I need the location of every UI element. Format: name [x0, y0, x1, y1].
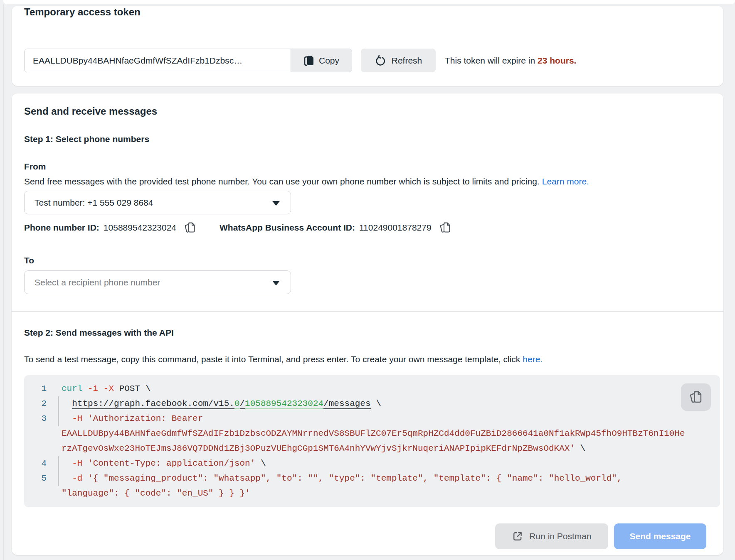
copy-icon — [689, 390, 703, 404]
refresh-button-label: Refresh — [392, 56, 422, 66]
token-input-group: EAALLDUBpy44BAHNfaeGdmfWfSZAdIFzb1Dzbsc…… — [24, 49, 352, 72]
code-lines: 1curl -i -X POST \2 https://graph.facebo… — [24, 381, 720, 501]
temporary-access-token-card: Temporary access token EAALLDUBpy44BAHNf… — [12, 6, 723, 86]
previous-card-edge — [3, 0, 735, 4]
copy-waba-id-button[interactable] — [439, 221, 451, 234]
code-line: 1curl -i -X POST \ — [24, 381, 720, 396]
from-number-dropdown[interactable]: Test number: +1 555 029 8684 — [24, 191, 291, 214]
step2-heading: Step 2: Send messages with the API — [24, 327, 174, 339]
phone-number-id-label: Phone number ID: — [24, 223, 99, 233]
code-line: rzATgevOsWxe23HoTEJmsJ86VQ7DDNd1ZBj3OPuz… — [24, 441, 720, 456]
copy-code-button[interactable] — [681, 383, 711, 411]
phone-number-id-value: 105889542323024 — [104, 223, 176, 233]
code-line: 5 -d '{ "messaging_product": "whatsapp",… — [24, 471, 720, 486]
to-number-dropdown[interactable]: Select a recipient phone number — [24, 270, 291, 294]
send-receive-messages-card: Send and receive messages Step 1: Select… — [12, 93, 723, 555]
learn-more-link[interactable]: Learn more. — [542, 177, 589, 186]
copy-icon — [303, 55, 314, 66]
from-number-selected-value: Test number: +1 555 029 8684 — [35, 198, 153, 207]
external-link-icon — [512, 531, 523, 542]
code-line: "language": { "code": "en_US" } } }' — [24, 486, 720, 501]
run-in-postman-button[interactable]: Run in Postman — [495, 523, 608, 549]
here-link[interactable]: here. — [523, 354, 543, 364]
refresh-token-button[interactable]: Refresh — [361, 49, 436, 72]
to-label: To — [24, 255, 34, 266]
token-expiry-value: 23 hours. — [538, 56, 576, 65]
send-message-button[interactable]: Send message — [614, 523, 706, 549]
waba-id-value: 110249001878279 — [359, 223, 432, 233]
copy-token-button[interactable]: Copy — [291, 49, 352, 72]
code-line: EAALLDUBpy44BAHNfaeGdmfWfSZAdIFzb1DzbscO… — [24, 426, 720, 441]
copy-phone-number-id-button[interactable] — [184, 221, 196, 234]
token-card-title: Temporary access token — [24, 6, 141, 18]
refresh-icon — [375, 55, 386, 66]
to-number-placeholder: Select a recipient phone number — [35, 278, 160, 287]
messages-card-title: Send and receive messages — [24, 105, 157, 118]
section-divider — [12, 311, 723, 312]
curl-command-code-block: 1curl -i -X POST \2 https://graph.facebo… — [24, 375, 720, 507]
from-label: From — [24, 161, 46, 172]
code-line: 4 -H 'Content-Type: application/json' \ — [24, 456, 720, 471]
chevron-down-icon — [272, 201, 280, 206]
code-line: 3 -H 'Authorization: Bearer — [24, 411, 720, 426]
token-expiry-text: This token will expire in23 hours. — [445, 49, 576, 72]
step2-description: To send a test message, copy this comman… — [24, 354, 543, 365]
from-description: Send free messages with the provided tes… — [24, 176, 589, 187]
page-left-edge — [3, 4, 4, 560]
access-token-field[interactable]: EAALLDUBpy44BAHNfaeGdmfWfSZAdIFzb1Dzbsc… — [25, 49, 291, 72]
code-line: 2 https://graph.facebook.com/v15.0/10588… — [24, 396, 720, 411]
send-message-label: Send message — [629, 531, 691, 541]
copy-button-label: Copy — [319, 56, 339, 66]
step1-heading: Step 1: Select phone numbers — [24, 133, 149, 145]
run-in-postman-label: Run in Postman — [529, 531, 591, 541]
chevron-down-icon — [272, 281, 280, 285]
waba-id-label: WhatsApp Business Account ID: — [220, 223, 355, 233]
phone-ids-row: Phone number ID: 105889542323024 WhatsAp… — [24, 221, 451, 235]
